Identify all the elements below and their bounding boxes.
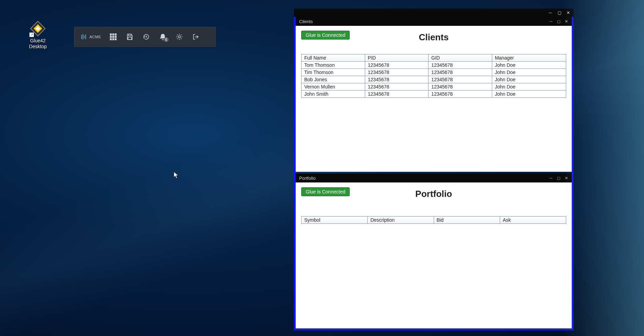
cell-mgr: John Doe xyxy=(492,69,566,76)
cell-pid: 12345678 xyxy=(365,62,429,69)
clients-table: Full Name PID GID Manager Tom Thomson 12… xyxy=(301,54,566,98)
cell-pid: 12345678 xyxy=(365,76,429,83)
table-row[interactable]: Tim Thomson 12345678 12345678 John Doe xyxy=(302,69,566,76)
apps-grid-button[interactable] xyxy=(109,32,118,41)
cell-gid: 12345678 xyxy=(429,76,492,83)
svg-rect-14 xyxy=(113,39,114,40)
cell-name: Tim Thomson xyxy=(302,69,365,76)
window-group-titlebar[interactable]: ─ ▢ ✕ xyxy=(294,9,573,17)
col-description[interactable]: Description xyxy=(368,217,434,224)
exit-icon xyxy=(192,33,200,41)
table-row[interactable]: Vernon Mullen 12345678 12345678 John Doe xyxy=(302,83,566,91)
desktop-shortcut-glue42[interactable]: ↗ Glue42Desktop xyxy=(19,21,57,50)
toolbar-brand: ACME xyxy=(81,33,101,40)
svg-rect-5 xyxy=(84,35,85,38)
glue42-toolbar[interactable]: ACME 6 xyxy=(74,27,216,47)
brand-text: ACME xyxy=(89,35,101,39)
svg-rect-13 xyxy=(110,39,112,40)
history-button[interactable] xyxy=(142,32,151,41)
col-bid[interactable]: Bid xyxy=(434,217,500,224)
cell-pid: 12345678 xyxy=(365,91,429,98)
group-close-button[interactable]: ✕ xyxy=(564,10,572,16)
cell-name: Tom Thomson xyxy=(302,62,365,69)
clients-titlebar[interactable]: Clients ─ ▢ ✕ xyxy=(296,17,572,26)
save-button[interactable] xyxy=(125,32,134,41)
table-row[interactable]: John Smith 12345678 12345678 John Doe xyxy=(302,91,566,98)
clients-minimize-button[interactable]: ─ xyxy=(548,18,555,24)
apps-grid-icon xyxy=(109,33,117,41)
svg-rect-17 xyxy=(128,37,131,40)
settings-button[interactable] xyxy=(175,32,184,41)
cell-mgr: John Doe xyxy=(492,91,566,98)
svg-rect-3 xyxy=(81,35,82,39)
history-icon xyxy=(142,33,150,41)
table-row[interactable]: Tom Thomson 12345678 12345678 John Doe xyxy=(302,62,566,69)
svg-rect-11 xyxy=(113,36,114,38)
portfolio-window[interactable]: Portfolio ─ ▢ ✕ Glue is Connected Portfo… xyxy=(296,174,572,328)
svg-rect-6 xyxy=(85,34,86,39)
portfolio-table: Symbol Description Bid Ask xyxy=(301,216,566,224)
svg-rect-10 xyxy=(110,36,112,38)
clients-heading: Clients xyxy=(296,32,572,43)
desktop-shortcut-label: Glue42Desktop xyxy=(29,38,46,50)
exit-button[interactable] xyxy=(191,32,200,41)
col-symbol[interactable]: Symbol xyxy=(302,217,368,224)
cell-mgr: John Doe xyxy=(492,76,566,83)
shortcut-arrow-icon: ↗ xyxy=(29,32,34,37)
svg-rect-12 xyxy=(115,36,116,38)
table-row[interactable]: Bob Jones 12345678 12345678 John Doe xyxy=(302,76,566,83)
col-pid[interactable]: PID xyxy=(365,54,429,62)
clients-window-title: Clients xyxy=(299,19,313,24)
mouse-cursor-icon xyxy=(173,171,179,179)
svg-rect-8 xyxy=(113,34,114,35)
portfolio-maximize-button[interactable]: ▢ xyxy=(555,175,562,181)
svg-rect-16 xyxy=(128,34,131,36)
cell-gid: 12345678 xyxy=(429,83,492,91)
gear-icon xyxy=(176,33,183,41)
clients-close-button[interactable]: ✕ xyxy=(563,18,570,24)
portfolio-heading: Portfolio xyxy=(296,189,572,199)
portfolio-window-title: Portfolio xyxy=(299,176,316,181)
group-minimize-button[interactable]: ─ xyxy=(547,10,554,16)
notification-count-badge: 6 xyxy=(164,37,169,42)
cell-name: Bob Jones xyxy=(302,76,365,83)
svg-rect-7 xyxy=(110,34,112,35)
cell-gid: 12345678 xyxy=(429,69,492,76)
group-maximize-button[interactable]: ▢ xyxy=(556,10,563,16)
col-ask[interactable]: Ask xyxy=(500,217,566,224)
cell-name: John Smith xyxy=(302,91,365,98)
col-manager[interactable]: Manager xyxy=(492,54,566,62)
svg-rect-4 xyxy=(83,34,83,40)
svg-rect-9 xyxy=(115,34,116,35)
portfolio-titlebar[interactable]: Portfolio ─ ▢ ✕ xyxy=(296,174,572,182)
cell-pid: 12345678 xyxy=(365,69,429,76)
notifications-button[interactable]: 6 xyxy=(158,32,167,41)
clients-window[interactable]: Clients ─ ▢ ✕ Glue is Connected Clients … xyxy=(296,17,572,172)
cell-gid: 12345678 xyxy=(429,62,492,69)
glue42-icon: ↗ xyxy=(30,21,46,36)
portfolio-close-button[interactable]: ✕ xyxy=(563,175,570,181)
save-icon xyxy=(126,33,134,41)
svg-point-18 xyxy=(178,36,180,38)
cell-mgr: John Doe xyxy=(492,83,566,91)
brand-bars-icon xyxy=(81,33,87,40)
col-gid[interactable]: GID xyxy=(429,54,492,62)
cell-mgr: John Doe xyxy=(492,62,566,69)
cell-gid: 12345678 xyxy=(429,91,492,98)
clients-maximize-button[interactable]: ▢ xyxy=(555,18,562,24)
portfolio-minimize-button[interactable]: ─ xyxy=(548,175,555,181)
clients-header-row: Full Name PID GID Manager xyxy=(302,54,566,62)
cell-name: Vernon Mullen xyxy=(302,83,365,91)
col-fullname[interactable]: Full Name xyxy=(302,54,365,62)
cell-pid: 12345678 xyxy=(365,83,429,91)
svg-rect-15 xyxy=(115,39,116,40)
portfolio-header-row: Symbol Description Bid Ask xyxy=(302,217,566,224)
